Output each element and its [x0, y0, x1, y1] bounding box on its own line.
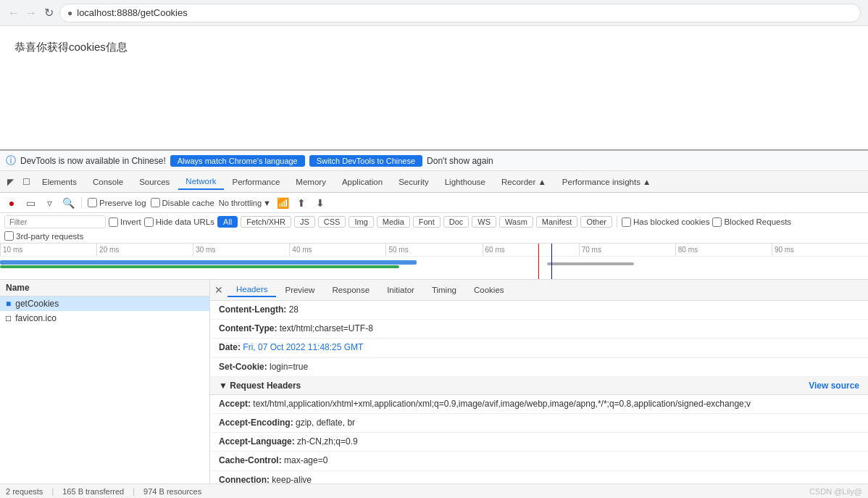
page-title: 恭喜你获得cookies信息	[14, 41, 128, 53]
filter-media[interactable]: Media	[377, 216, 410, 228]
download-icon[interactable]: ⬇	[313, 196, 327, 210]
tab-elements[interactable]: Elements	[35, 175, 84, 189]
left-panel-header: Name	[0, 280, 209, 296]
throttle-dropdown[interactable]: No throttling ▼	[219, 199, 271, 207]
rtab-preview[interactable]: Preview	[276, 283, 323, 296]
info-icon: ⓘ	[6, 154, 16, 167]
devtools: ⓘ DevTools is now available in Chinese! …	[0, 149, 868, 498]
rtab-response[interactable]: Response	[323, 283, 378, 296]
filter-bar: Invert Hide data URLs All Fetch/XHR JS C…	[0, 213, 868, 244]
devtools-icon-device[interactable]: ☐	[19, 175, 33, 189]
view-source-link[interactable]: View source	[809, 381, 859, 391]
timeline: 10 ms 20 ms 30 ms 40 ms 50 ms 60 ms 70 m…	[0, 244, 868, 280]
request-header-connection: Connection: keep-alive	[210, 471, 868, 484]
forward-button[interactable]: →	[25, 7, 38, 20]
filter-wasm[interactable]: Wasm	[499, 216, 533, 228]
tab-memory[interactable]: Memory	[288, 175, 333, 189]
filter-img[interactable]: Img	[349, 216, 373, 228]
invert-label[interactable]: Invert	[109, 217, 141, 227]
right-panel: ✕ Headers Preview Response Initiator Tim…	[210, 280, 868, 484]
close-panel-button[interactable]: ✕	[210, 280, 228, 300]
rtab-timing[interactable]: Timing	[423, 283, 465, 296]
blue-line	[551, 244, 552, 280]
timeline-bar-gray	[547, 262, 634, 265]
file-doc-icon: ■	[6, 299, 11, 309]
reload-button[interactable]: ↻	[42, 7, 55, 20]
filter-ws[interactable]: WS	[472, 216, 496, 228]
filter-manifest[interactable]: Manifest	[536, 216, 578, 228]
hide-data-urls-label[interactable]: Hide data URLs	[144, 217, 214, 227]
upload-icon[interactable]: ⬆	[294, 196, 309, 210]
filter-input[interactable]	[4, 215, 106, 228]
tab-network[interactable]: Network	[178, 174, 223, 190]
throttle-arrow: ▼	[263, 199, 271, 207]
devtools-tabs: ◤ ☐ Elements Console Sources Network Per…	[0, 171, 868, 193]
tab-performance[interactable]: Performance	[225, 175, 288, 189]
filter-all[interactable]: All	[217, 216, 238, 228]
record-button[interactable]: ●	[4, 196, 19, 210]
blocked-requests-label[interactable]: Blocked Requests	[712, 217, 791, 227]
file-img-icon: □	[6, 313, 11, 323]
clear-button[interactable]: ▭	[23, 196, 38, 210]
preserve-log-checkbox[interactable]	[88, 198, 97, 207]
hide-data-urls-checkbox[interactable]	[144, 217, 154, 227]
status-transferred: 165 B transferred	[62, 487, 124, 496]
dont-show-button[interactable]: Don't show again	[427, 156, 493, 166]
filter-doc[interactable]: Doc	[443, 216, 470, 228]
request-headers-section: ▼ Request Headers View source	[210, 377, 868, 395]
filter-other[interactable]: Other	[580, 216, 612, 228]
tab-recorder[interactable]: Recorder ▲	[494, 175, 554, 189]
notification-bar: ⓘ DevTools is now available in Chinese! …	[0, 151, 868, 171]
network-toolbar: ● ▭ ▿ 🔍 Preserve log Disable cache No th…	[0, 193, 868, 213]
back-button[interactable]: ←	[7, 7, 20, 20]
timeline-bar-blue	[0, 260, 417, 265]
invert-checkbox[interactable]	[109, 217, 118, 227]
file-name-favicon: favicon.ico	[15, 313, 57, 323]
devtools-icon-elements[interactable]: ◤	[3, 175, 17, 189]
filter-fetch-xhr[interactable]: Fetch/XHR	[241, 216, 291, 228]
rtab-headers[interactable]: Headers	[228, 283, 276, 297]
filter-font[interactable]: Font	[413, 216, 441, 228]
third-party-label[interactable]: 3rd-party requests	[4, 231, 83, 241]
wifi-icon-btn[interactable]: 📶	[275, 196, 290, 210]
browser-chrome: ← → ↻ ● localhost:8888/getCookies	[0, 0, 868, 26]
search-button[interactable]: 🔍	[61, 196, 75, 210]
tab-security[interactable]: Security	[391, 175, 436, 189]
file-item-getcookies[interactable]: ■ getCookies	[0, 296, 209, 311]
response-header-date: Date: Fri, 07 Oct 2022 11:48:25 GMT	[210, 339, 868, 357]
filter-icon-btn[interactable]: ▿	[42, 196, 57, 210]
response-header-content-length: Content-Length: 28	[210, 301, 868, 320]
switch-language-button[interactable]: Switch DevTools to Chinese	[309, 155, 422, 167]
filter-css[interactable]: CSS	[318, 216, 346, 228]
tab-application[interactable]: Application	[335, 175, 390, 189]
main-panels: Name ■ getCookies □ favicon.ico ✕ Header…	[0, 280, 868, 484]
timeline-bar-green	[0, 265, 399, 268]
has-blocked-label[interactable]: Has blocked cookies	[622, 217, 709, 227]
disable-cache-label[interactable]: Disable cache	[151, 198, 214, 207]
url-bar[interactable]: ● localhost:8888/getCookies	[59, 4, 861, 22]
rtab-initiator[interactable]: Initiator	[378, 283, 423, 296]
preserve-log-label[interactable]: Preserve log	[88, 198, 146, 207]
file-item-favicon[interactable]: □ favicon.ico	[0, 311, 209, 325]
rtab-cookies[interactable]: Cookies	[465, 283, 513, 296]
match-language-button[interactable]: Always match Chrome's language	[170, 155, 305, 167]
request-header-accept-language: Accept-Language: zh-CN,zh;q=0.9	[210, 433, 868, 452]
filter-js[interactable]: JS	[294, 216, 315, 228]
request-header-cache-control: Cache-Control: max-age=0	[210, 452, 868, 470]
page-content: 恭喜你获得cookies信息	[0, 26, 868, 149]
tab-console[interactable]: Console	[85, 175, 130, 189]
has-blocked-checkbox[interactable]	[622, 217, 631, 227]
blocked-requests-checkbox[interactable]	[712, 217, 722, 227]
left-panel: Name ■ getCookies □ favicon.ico	[0, 280, 210, 484]
disable-cache-checkbox[interactable]	[151, 198, 160, 207]
tab-performance-insights[interactable]: Performance insights ▲	[555, 175, 659, 189]
third-party-checkbox[interactable]	[4, 231, 14, 241]
tab-lighthouse[interactable]: Lighthouse	[438, 175, 493, 189]
file-name-getcookies: getCookies	[15, 299, 59, 309]
lock-icon: ●	[67, 8, 72, 18]
timeline-bars	[0, 257, 868, 280]
tab-sources[interactable]: Sources	[132, 175, 177, 189]
timeline-ruler: 10 ms 20 ms 30 ms 40 ms 50 ms 60 ms 70 m…	[0, 244, 868, 257]
notification-message: DevTools is now available in Chinese!	[20, 156, 166, 166]
request-header-accept-encoding: Accept-Encoding: gzip, deflate, br	[210, 414, 868, 433]
